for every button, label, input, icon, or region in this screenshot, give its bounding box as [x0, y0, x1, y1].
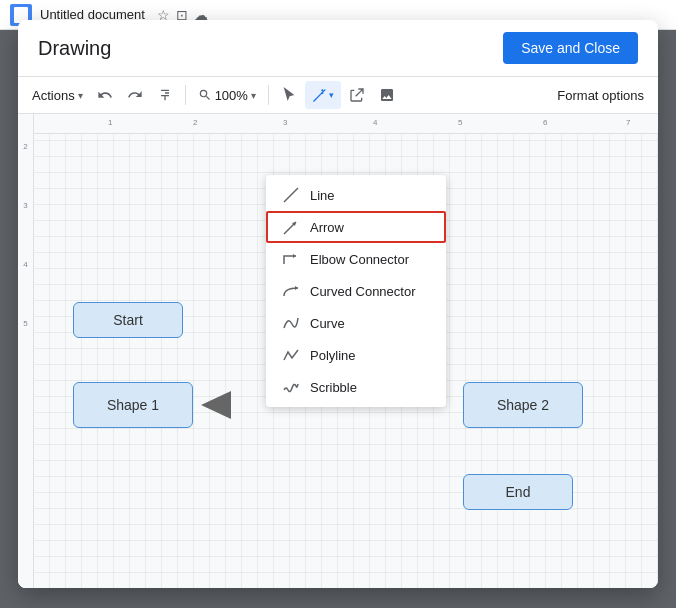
menu-item-elbow-label: Elbow Connector [310, 252, 409, 267]
save-close-button[interactable]: Save and Close [503, 32, 638, 64]
select-tool-button[interactable] [275, 81, 303, 109]
menu-item-elbow[interactable]: Elbow Connector [266, 243, 446, 275]
redo-button[interactable] [121, 81, 149, 109]
image-tool-button[interactable] [373, 81, 401, 109]
shape-shape2[interactable]: Shape 2 [463, 382, 583, 428]
drawing-dialog: Drawing Save and Close Actions ▾ 100% ▾ [18, 20, 658, 588]
scribble-icon [282, 378, 300, 396]
arrow-icon [282, 218, 300, 236]
svg-marker-4 [295, 286, 298, 290]
menu-item-scribble-label: Scribble [310, 380, 357, 395]
menu-item-line-label: Line [310, 188, 335, 203]
left-ruler: 2 3 4 5 [18, 114, 34, 588]
zoom-label: 100% [215, 88, 248, 103]
menu-item-arrow-label: Arrow [310, 220, 344, 235]
shape-end[interactable]: End [463, 474, 573, 510]
polyline-icon [282, 346, 300, 364]
separator-2 [268, 85, 269, 105]
curved-connector-icon [282, 282, 300, 300]
elbow-connector-icon [282, 250, 300, 268]
dialog-header: Drawing Save and Close [18, 20, 658, 76]
menu-item-scribble[interactable]: Scribble [266, 371, 446, 403]
line-tool-button[interactable]: ▾ [305, 81, 341, 109]
curve-icon [282, 314, 300, 332]
dialog-title: Drawing [38, 37, 111, 60]
svg-line-0 [284, 188, 298, 202]
zoom-button[interactable]: 100% ▾ [192, 84, 262, 107]
menu-item-polyline[interactable]: Polyline [266, 339, 446, 371]
shape-start[interactable]: Start [73, 302, 183, 338]
zoom-chevron: ▾ [251, 90, 256, 101]
undo-button[interactable] [91, 81, 119, 109]
actions-label: Actions [32, 88, 75, 103]
actions-chevron: ▾ [78, 90, 83, 101]
top-ruler: 1 2 3 4 5 6 7 [18, 114, 658, 134]
line-tool-chevron: ▾ [329, 90, 334, 100]
arrow-shape [201, 391, 231, 419]
line-type-dropdown: Line Arrow Elbow Connector [266, 175, 446, 407]
menu-item-curved[interactable]: Curved Connector [266, 275, 446, 307]
svg-marker-3 [293, 254, 296, 258]
line-icon [282, 186, 300, 204]
shape-shape1[interactable]: Shape 1 [73, 382, 193, 428]
menu-item-curved-label: Curved Connector [310, 284, 416, 299]
menu-item-arrow[interactable]: Arrow [266, 211, 446, 243]
menu-item-polyline-label: Polyline [310, 348, 356, 363]
menu-item-curve-label: Curve [310, 316, 345, 331]
paint-format-button[interactable] [151, 81, 179, 109]
menu-item-line[interactable]: Line [266, 179, 446, 211]
separator-1 [185, 85, 186, 105]
actions-button[interactable]: Actions ▾ [26, 84, 89, 107]
toolbar: Actions ▾ 100% ▾ ▾ [18, 76, 658, 114]
menu-item-curve[interactable]: Curve [266, 307, 446, 339]
link-tool-button[interactable] [343, 81, 371, 109]
format-options-button[interactable]: Format options [551, 84, 650, 107]
